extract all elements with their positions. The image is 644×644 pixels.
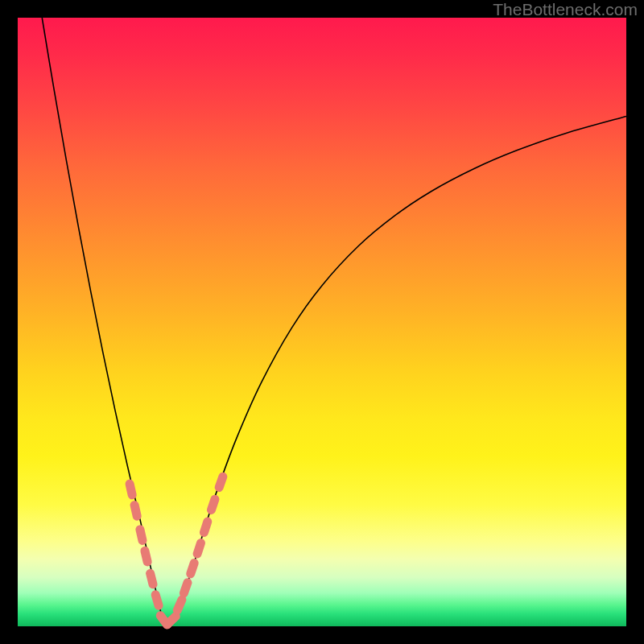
- data-point: [124, 478, 137, 500]
- data-point: [139, 546, 152, 568]
- watermark-text: TheBottleneck.com: [493, 0, 638, 19]
- data-point: [130, 500, 142, 522]
- data-point: [145, 568, 159, 590]
- data-point: [199, 516, 213, 538]
- chart-svg: [18, 18, 626, 626]
- data-point: [185, 558, 200, 580]
- data-point: [134, 524, 147, 546]
- bottleneck-curve: [42, 18, 626, 625]
- plot-area: [18, 18, 626, 626]
- data-point: [178, 577, 193, 599]
- data-point: [150, 589, 164, 611]
- highlighted-points-group: [124, 471, 228, 631]
- data-point: [205, 493, 220, 515]
- chart-frame: TheBottleneck.com: [0, 0, 644, 644]
- data-point: [192, 538, 206, 559]
- data-point: [213, 471, 229, 493]
